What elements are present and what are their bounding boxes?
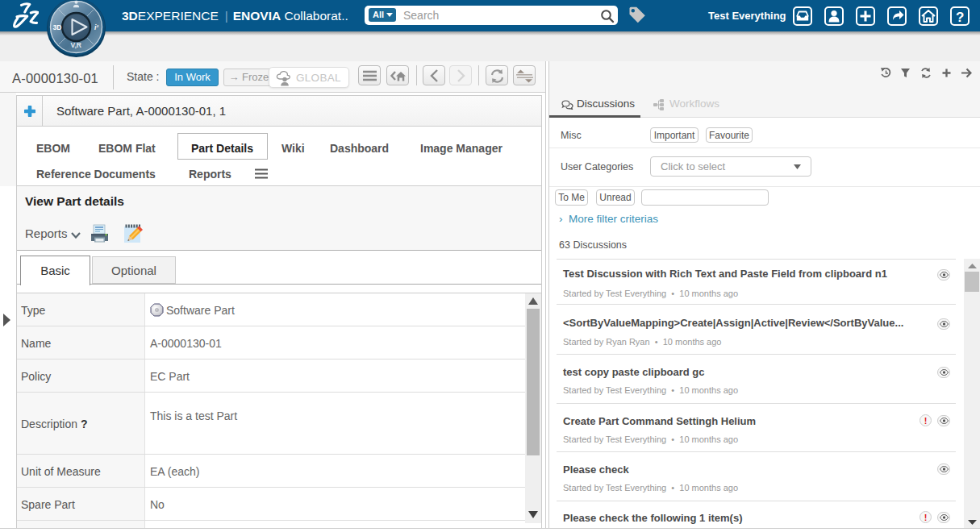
svg-text:V,R: V,R [71,41,81,49]
svg-text:3D: 3D [53,23,62,31]
svg-text:?: ? [956,10,964,25]
